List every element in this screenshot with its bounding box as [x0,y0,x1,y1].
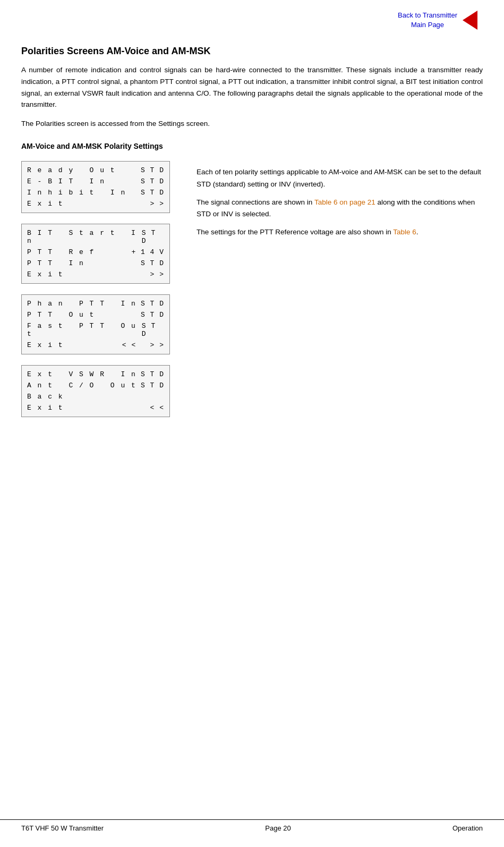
panel3-row4-left: E x i t [27,341,64,349]
panel3-row3: F a s t P T T O u t S T D [27,320,164,340]
panel4-row1: E x t V S W R I n S T D [27,369,164,380]
screen-panel-1: R e a d y O u t S T D E - B I T I n S T … [21,161,170,213]
panel1-row2: E - B I T I n S T D [27,176,164,187]
panel3-row1-left: P h a n P T T I n [27,300,136,308]
panel3-row2-left: P T T O u t [27,311,95,319]
footer-left: T6T VHF 50 W Transmitter [21,824,104,832]
section-heading: AM-Voice and AM-MSK Polarity Settings [21,142,483,150]
panel4-row3: B a c k [27,391,164,402]
panel1-row2-right: S T D [141,177,164,185]
panel3-row3-right: S T D [142,322,164,338]
back-arrow-icon[interactable] [463,11,477,30]
panel3-row2: P T T O u t S T D [27,309,164,320]
para3-prefix: The settings for the PTT Reference volta… [197,228,393,236]
footer-right: Operation [452,824,483,832]
right-col-para2: The signal connections are shown in Tabl… [197,197,483,221]
panel1-row3-left: I n h i b i t I n [27,189,126,197]
panel4-row4-left: E x i t [27,404,64,412]
panel4-row2-left: A n t C / O O u t [27,382,136,389]
table6-page21-link[interactable]: Table 6 on page 21 [314,198,375,206]
polarity-screen-text: The Polarities screen is accessed from t… [21,118,483,130]
panel4-row2-right: S T D [141,382,164,389]
panel3-row4: E x i t < < > > [27,340,164,351]
panel1-row4-right[interactable]: > > [150,200,164,208]
screen-panel-4: E x t V S W R I n S T D A n t C / O O u … [21,365,170,417]
left-col-panels: R e a d y O u t S T D E - B I T I n S T … [21,161,181,417]
panel3-row1: P h a n P T T I n S T D [27,298,164,309]
page-title: Polarities Screens AM-Voice and AM-MSK [21,46,483,57]
panel2-row1-right: S T D [142,229,164,245]
panel1-row3: I n h i b i t I n S T D [27,187,164,198]
panel1-row1-right: S T D [141,166,164,174]
panel1-row4-left: E x i t [27,200,64,208]
panel1-row3-right: S T D [141,189,164,197]
panel2-row3-right: S T D [141,259,164,267]
para3-suffix: . [416,228,418,236]
panel2-row4-right[interactable]: > > [150,270,164,278]
panel1-row4: E x i t > > [27,198,164,209]
table6-link[interactable]: Table 6 [393,228,416,236]
intro-text: A number of remote indication and contro… [21,64,483,110]
back-link-line2: Main Page [411,21,444,29]
screen-panel-2: B I T S t a r t I n S T D P T T R e f + … [21,224,170,284]
panel4-row4: E x i t < < [27,402,164,413]
panel4-row1-right: S T D [141,370,164,378]
page-container: Back to Transmitter Main Page Polarities… [0,0,504,847]
screen-panel-3: P h a n P T T I n S T D P T T O u t S T … [21,294,170,354]
panel3-row3-left: F a s t P T T O u t [27,322,142,338]
panel4-row1-left: E x t V S W R I n [27,370,136,378]
panel2-row4: E x i t > > [27,269,164,280]
page-footer: T6T VHF 50 W Transmitter Page 20 Operati… [0,819,504,836]
back-to-main-link[interactable]: Back to Transmitter Main Page [398,11,457,30]
panel2-row1-left: B I T S t a r t I n [27,229,142,245]
panel3-row2-right: S T D [141,311,164,319]
panel1-row2-left: E - B I T I n [27,177,105,185]
header-nav: Back to Transmitter Main Page [21,11,483,30]
panel3-row1-right: S T D [141,300,164,308]
panel2-row3: P T T I n S T D [27,258,164,269]
back-link-line1: Back to Transmitter [398,11,457,19]
panel2-row1: B I T S t a r t I n S T D [27,227,164,247]
panel2-row2-left: P T T R e f [27,248,95,256]
panel4-row3-left: B a c k [27,393,64,401]
panel1-row1-left: R e a d y O u t [27,166,116,174]
panel2-row3-left: P T T I n [27,259,84,267]
right-col-description: Each of ten polarity settings applicable… [197,161,483,417]
para2-prefix: The signal connections are shown in [197,198,314,206]
panel4-row4-right[interactable]: < < [150,404,164,412]
panel2-row2-right: + 1 4 V [131,248,164,256]
panel3-row4-right[interactable]: < < > > [122,341,164,349]
right-col-text: Each of ten polarity settings applicable… [197,166,483,238]
panel2-row2: P T T R e f + 1 4 V [27,247,164,258]
panel4-row2: A n t C / O O u t S T D [27,380,164,391]
two-col-layout: R e a d y O u t S T D E - B I T I n S T … [21,161,483,417]
footer-center: Page 20 [265,824,291,832]
panel2-row4-left: E x i t [27,270,64,278]
right-col-para3: The settings for the PTT Reference volta… [197,226,483,238]
right-col-para1: Each of ten polarity settings applicable… [197,166,483,190]
panel1-row1: R e a d y O u t S T D [27,165,164,176]
